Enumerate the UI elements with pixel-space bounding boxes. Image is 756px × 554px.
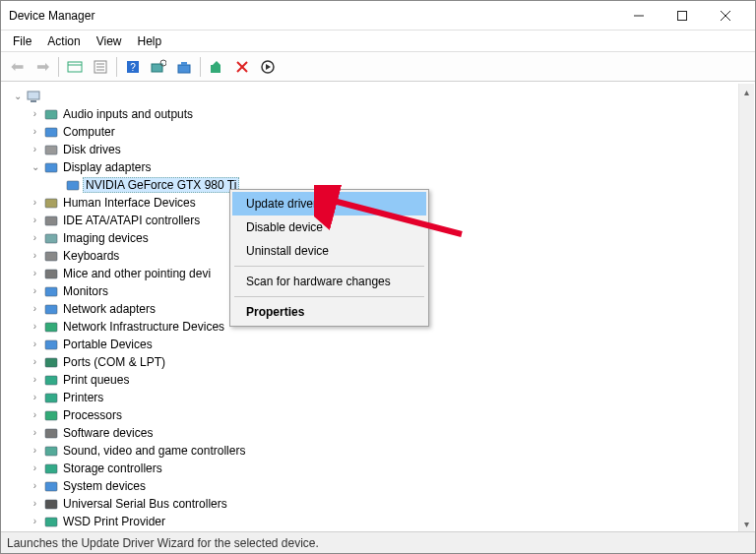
close-button[interactable]	[704, 1, 747, 30]
back-button[interactable]: ⬅	[5, 55, 29, 79]
context-properties[interactable]: Properties	[232, 300, 426, 324]
scroll-up-icon[interactable]: ▴	[744, 84, 749, 99]
category-label: Sound, video and game controllers	[61, 444, 247, 458]
device-icon	[43, 514, 59, 529]
chevron-icon[interactable]: ›	[29, 410, 41, 420]
device-icon	[65, 177, 81, 193]
tree-category[interactable]: ›Ports (COM & LPT)	[7, 353, 751, 371]
device-icon	[43, 337, 59, 352]
chevron-icon[interactable]: ›	[29, 269, 41, 278]
device-icon	[43, 496, 59, 512]
show-hidden-button[interactable]	[63, 55, 87, 79]
chevron-icon[interactable]: ›	[29, 109, 41, 119]
chevron-icon[interactable]: ›	[29, 428, 41, 438]
svg-rect-25	[45, 128, 57, 137]
scroll-down-icon[interactable]: ▾	[744, 516, 749, 531]
chevron-icon[interactable]: ›	[29, 304, 41, 314]
tree-category[interactable]: ›Processors	[7, 406, 751, 424]
chevron-icon[interactable]: ›	[29, 286, 41, 296]
tree-category[interactable]: ›Computer	[7, 123, 751, 141]
tree-category[interactable]: ›Software devices	[7, 424, 751, 442]
minimize-button[interactable]	[617, 1, 661, 30]
tree-category[interactable]: ›Portable Devices	[7, 336, 751, 353]
status-text: Launches the Update Driver Wizard for th…	[7, 536, 319, 550]
svg-rect-37	[45, 340, 57, 349]
svg-rect-41	[45, 411, 57, 420]
device-icon	[43, 354, 59, 370]
update-driver-button[interactable]	[172, 55, 196, 79]
device-icon	[43, 142, 59, 157]
device-icon	[43, 390, 59, 405]
menu-view[interactable]: View	[89, 32, 130, 50]
scrollbar-vertical[interactable]: ▴ ▾	[738, 84, 754, 531]
chevron-icon[interactable]: ›	[29, 339, 41, 349]
menu-help[interactable]: Help	[130, 32, 170, 50]
chevron-icon[interactable]: ›	[29, 393, 41, 402]
disable-device-button[interactable]	[256, 55, 280, 79]
chevron-icon[interactable]: ›	[29, 375, 41, 385]
chevron-icon[interactable]: ›	[29, 215, 41, 225]
chevron-icon[interactable]: ›	[29, 463, 41, 473]
svg-rect-46	[45, 500, 57, 509]
svg-rect-1	[678, 11, 687, 20]
enable-device-button[interactable]	[205, 55, 228, 79]
chevron-icon[interactable]: ›	[29, 499, 41, 509]
chevron-down-icon[interactable]: ⌄	[11, 92, 24, 101]
chevron-icon[interactable]: ›	[29, 517, 41, 526]
context-scan-hardware[interactable]: Scan for hardware changes	[232, 270, 426, 293]
device-icon	[43, 372, 59, 388]
tree-category[interactable]: ›WSD Print Provider	[7, 513, 751, 530]
help-button[interactable]: ?	[121, 55, 145, 79]
tree-category[interactable]: ›Storage controllers	[7, 460, 751, 477]
context-disable-device[interactable]: Disable device	[232, 215, 426, 239]
tree-category[interactable]: ›Universal Serial Bus controllers	[7, 495, 751, 513]
chevron-icon[interactable]: ›	[29, 322, 41, 332]
svg-rect-22	[28, 92, 39, 99]
menu-action[interactable]: Action	[39, 32, 88, 50]
category-label: Monitors	[61, 284, 110, 298]
menu-file[interactable]: File	[5, 32, 39, 50]
svg-rect-24	[45, 110, 57, 119]
chevron-icon[interactable]: ›	[29, 481, 41, 491]
category-label: Print queues	[61, 373, 131, 387]
svg-marker-21	[266, 64, 271, 70]
chevron-icon[interactable]: ›	[29, 145, 41, 154]
computer-icon	[26, 89, 41, 104]
tree-category[interactable]: ›Print queues	[7, 371, 751, 389]
tree-category[interactable]: ›Audio inputs and outputs	[7, 105, 751, 123]
chevron-icon[interactable]: ⌄	[29, 162, 41, 172]
device-icon	[43, 478, 59, 494]
forward-button[interactable]: ➡	[31, 55, 54, 79]
tree-category[interactable]: ›Disk drives	[7, 141, 751, 158]
category-label: Keyboards	[61, 249, 121, 263]
tree-category[interactable]: ⌄Display adapters	[7, 158, 751, 176]
window-title: Device Manager	[9, 9, 617, 23]
category-label: Human Interface Devices	[61, 196, 198, 210]
svg-rect-26	[45, 146, 57, 154]
device-icon	[43, 266, 59, 281]
context-update-driver[interactable]: Update driver	[232, 192, 426, 215]
tree-category[interactable]: ›System devices	[7, 477, 751, 495]
tree-category[interactable]: ›Printers	[7, 389, 751, 406]
scan-hardware-button[interactable]	[147, 55, 170, 79]
tree-category[interactable]: ›Sound, video and game controllers	[7, 442, 751, 460]
context-uninstall-device[interactable]: Uninstall device	[232, 239, 426, 263]
device-icon	[43, 461, 59, 476]
context-separator	[234, 296, 424, 297]
chevron-icon[interactable]: ›	[29, 251, 41, 261]
uninstall-device-button[interactable]	[230, 55, 254, 79]
category-label: Mice and other pointing devi	[61, 267, 213, 280]
category-label: System devices	[61, 479, 148, 493]
maximize-button[interactable]	[661, 1, 704, 30]
device-icon	[43, 106, 59, 122]
tree-root[interactable]: ⌄	[7, 88, 751, 105]
chevron-icon[interactable]: ›	[29, 233, 41, 243]
properties-button[interactable]	[89, 55, 112, 79]
chevron-icon[interactable]: ›	[29, 127, 41, 137]
chevron-icon[interactable]: ›	[29, 357, 41, 367]
device-icon	[43, 283, 59, 299]
device-icon	[43, 159, 59, 175]
chevron-icon[interactable]: ›	[29, 446, 41, 456]
device-icon	[43, 301, 59, 317]
chevron-icon[interactable]: ›	[29, 198, 41, 208]
